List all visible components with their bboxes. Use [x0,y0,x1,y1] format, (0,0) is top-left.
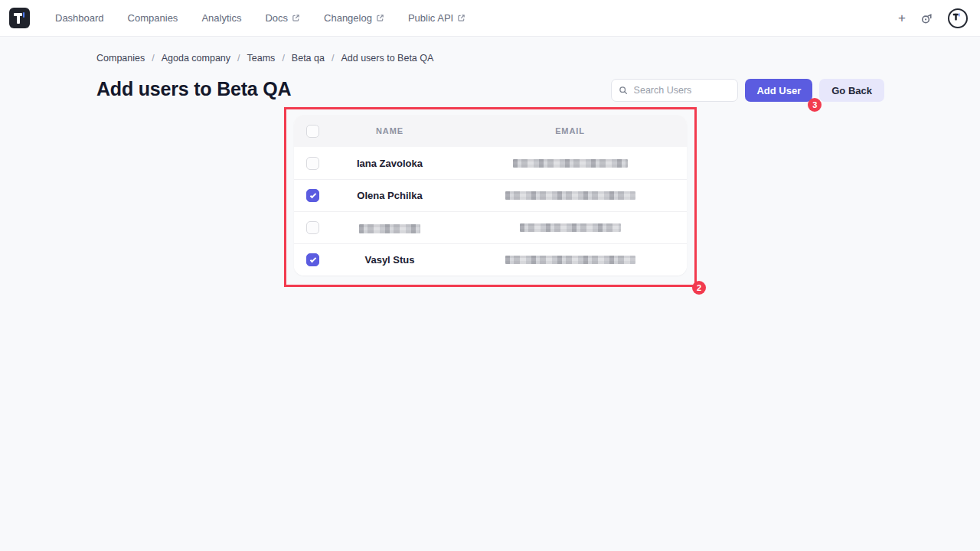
annotation-badge-3: 3 [808,98,822,112]
table-body: Iana Zavoloka Olena Pchilka [294,147,687,276]
plus-icon[interactable]: + [898,11,906,24]
breadcrumb-teams[interactable]: Teams [247,53,276,64]
table-row[interactable]: Olena Pchilka [294,179,687,211]
external-link-icon [457,14,466,22]
breadcrumb-separator: / [282,53,284,64]
brand-t-logo-icon [9,8,30,28]
check-icon [309,256,315,262]
breadcrumb: Companies / Agoda company / Teams / Beta… [96,53,433,64]
select-all-checkbox[interactable] [306,125,319,138]
nav-item-analytics[interactable]: Analytics [201,12,241,24]
row-checkbox[interactable] [306,253,319,266]
redacted-email [505,191,635,200]
table-row[interactable]: Iana Zavoloka [294,147,687,179]
nav-item-public-api[interactable]: Public API [408,12,466,24]
user-name: Vasyl Stus [326,254,453,266]
breadcrumb-separator: / [152,53,154,64]
breadcrumb-current-page: Add users to Beta QA [341,53,433,64]
user-email [453,223,687,232]
announcement-icon[interactable] [920,11,934,25]
nav-item-companies[interactable]: Companies [128,12,178,24]
add-user-button[interactable]: Add User 3 [745,79,812,102]
user-email [453,191,687,200]
table-row[interactable] [294,211,687,243]
breadcrumb-separator: / [237,53,240,64]
column-header-name: NAME [326,126,453,135]
page-title: Add users to Beta QA [96,78,291,100]
redacted-email [505,256,635,264]
screen: Dashboard Companies Analytics Docs Chang… [0,0,980,551]
user-name [326,222,453,233]
row-checkbox[interactable] [306,221,319,234]
external-link-icon [292,14,300,22]
avatar-t-logo-icon [950,10,961,21]
column-header-email: EMAIL [453,126,687,135]
user-email [453,159,687,168]
toolbar: Add User 3 Go Back [611,79,884,102]
table-header-row: NAME EMAIL [294,115,687,147]
go-back-button[interactable]: Go Back [819,79,884,102]
breadcrumb-beta-qa[interactable]: Beta qa [292,53,325,64]
user-name: Olena Pchilka [326,190,453,201]
annotation-badge-2: 2 [692,281,706,295]
user-avatar[interactable] [948,8,968,28]
nav-right: + [898,8,968,28]
user-name: Iana Zavoloka [326,158,453,169]
search-icon [619,85,628,96]
search-users-input[interactable] [634,85,731,96]
redacted-email [520,223,621,232]
app-logo[interactable] [9,8,30,28]
external-link-icon [376,14,384,22]
nav-item-dashboard[interactable]: Dashboard [55,12,104,24]
check-icon [309,191,315,197]
table-row[interactable]: Vasyl Stus [294,243,687,276]
users-table: NAME EMAIL Iana Zavoloka Olena Pchilka [294,115,687,276]
user-email [453,256,687,264]
top-nav: Dashboard Companies Analytics Docs Chang… [0,0,980,37]
nav-item-docs[interactable]: Docs [265,12,300,24]
breadcrumb-separator: / [332,53,334,64]
row-checkbox[interactable] [306,189,319,202]
redacted-name [359,224,420,233]
nav-links: Dashboard Companies Analytics Docs Chang… [55,12,466,24]
nav-item-changelog[interactable]: Changelog [324,12,384,24]
row-checkbox[interactable] [306,157,319,170]
search-box [611,79,738,102]
breadcrumb-agoda-company[interactable]: Agoda company [162,53,230,64]
redacted-email [513,159,628,168]
breadcrumb-companies[interactable]: Companies [96,53,145,64]
